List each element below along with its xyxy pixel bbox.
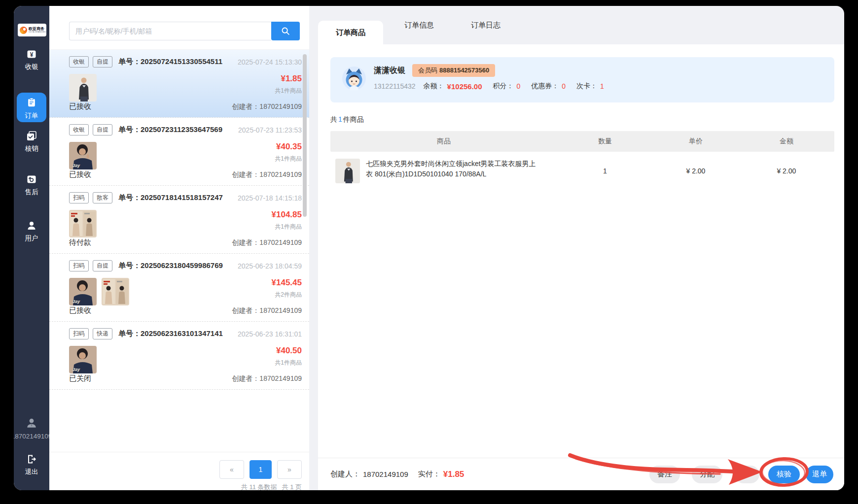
product-thumbnail <box>102 278 129 305</box>
obscured-button[interactable] <box>735 466 759 483</box>
svg-text:Jay: Jay <box>72 299 80 304</box>
footer-creator: 18702149109 <box>363 470 408 478</box>
refund-button[interactable]: 退单 <box>806 466 833 483</box>
note-button[interactable]: 备注 <box>649 466 680 483</box>
logout-icon <box>26 453 37 465</box>
order-card[interactable]: 扫码 快递 单号：20250623163101347141 2025-06-23… <box>49 322 309 390</box>
order-status: 待付款 <box>69 238 91 247</box>
order-card[interactable]: 扫码 自提 单号：20250623180459986769 2025-06-23… <box>49 254 309 322</box>
order-date: 2025-06-23 18:04:59 <box>238 262 302 270</box>
member-card: 潇潇收银 会员码88881542573560 13122115432 余额： ¥… <box>330 57 834 102</box>
search-icon <box>280 26 291 36</box>
product-thumbnail: Jay <box>69 278 97 305</box>
order-creator: 创建者：18702149109 <box>232 306 302 315</box>
order-date: 2025-07-18 14:15:18 <box>238 194 302 202</box>
order-card-list: 收银 自提 单号：20250724151330554511 2025-07-24… <box>49 49 309 390</box>
search-bar <box>69 22 300 40</box>
member-phone: 13122115432 <box>374 82 416 90</box>
creator-label: 创建人： <box>330 470 360 479</box>
order-card[interactable]: 收银 自提 单号：20250724151330554511 2025-07-24… <box>49 50 309 118</box>
pagination-page-1[interactable]: 1 <box>250 460 272 479</box>
products-summary: 共1件商品 <box>330 115 364 124</box>
order-status: 已接收 <box>69 102 91 111</box>
order-tag: 扫码 <box>69 192 89 203</box>
table-row: 七匹狼夹克男外套时尚休闲立领jacket男装工装衣服男上衣 801(米白)1D1… <box>330 152 834 190</box>
detail-tabs: 订单商品 订单信息 订单日志 <box>309 6 844 44</box>
order-date: 2025-06-23 16:31:01 <box>238 330 302 338</box>
tab-order-products[interactable]: 订单商品 <box>318 21 383 44</box>
order-creator: 创建者：18702149109 <box>232 374 302 383</box>
order-tag: 自提 <box>93 124 112 135</box>
sidebar-item-aftersale[interactable]: 售后 <box>14 173 49 197</box>
product-price: ¥ 2.00 <box>653 167 739 175</box>
orders-icon <box>26 97 37 108</box>
order-items-count: 共1件商品 <box>275 359 302 367</box>
order-number: 单号：20250623163101347141 <box>118 329 223 338</box>
pagination-next-button[interactable]: » <box>277 460 302 479</box>
list-pagination: « 1 » 共 11 条数据共 1 页 <box>49 452 309 490</box>
product-amount: ¥ 2.00 <box>739 167 834 175</box>
sidebar-item-users[interactable]: 用户 <box>14 220 49 243</box>
order-number: 单号：20250718141518157247 <box>118 193 223 202</box>
member-name: 潇潇收银 <box>374 66 405 76</box>
points-label: 积分： <box>493 82 514 91</box>
col-header-qty: 数量 <box>557 137 653 146</box>
list-scrollbar[interactable] <box>303 54 307 217</box>
order-card[interactable]: 收银 自提 单号：20250723112353647569 2025-07-23… <box>49 118 309 186</box>
order-status: 已关闭 <box>69 374 91 383</box>
order-card[interactable]: 扫码 散客 单号：20250718141518157247 2025-07-18… <box>49 186 309 254</box>
sidebar-item-verify[interactable]: 核销 <box>14 130 49 153</box>
order-number: 单号：20250724151330554511 <box>118 57 222 67</box>
order-amount: ¥40.35 <box>275 142 302 152</box>
member-coupons: 0 <box>562 82 566 90</box>
order-date: 2025-07-23 11:23:53 <box>238 126 302 134</box>
product-thumbnail <box>69 74 97 101</box>
order-tag: 收银 <box>69 56 89 67</box>
search-button[interactable] <box>271 22 300 40</box>
order-amount: ¥104.85 <box>272 210 302 220</box>
svg-text:Jay: Jay <box>72 163 80 168</box>
brand-logo-icon <box>20 27 27 34</box>
order-creator: 创建者：18702149109 <box>232 238 302 247</box>
assign-button[interactable]: 分配 <box>692 466 722 483</box>
sidebar-item-cashier[interactable]: ¥ 收银 <box>14 48 49 71</box>
tab-order-info[interactable]: 订单信息 <box>387 6 451 44</box>
order-list-panel: 收银 自提 单号：20250724151330554511 2025-07-24… <box>49 6 309 490</box>
order-items-count: 共1件商品 <box>275 87 302 95</box>
order-items-count: 共2件商品 <box>272 291 302 299</box>
verify-button[interactable]: 核验 <box>768 466 800 483</box>
brand-logo: 欧亚商务 OUYA SHANGWU <box>18 24 46 36</box>
table-header-row: 商品 数量 单价 金额 <box>330 131 834 152</box>
paid-label: 实付： <box>418 470 440 479</box>
search-input[interactable] <box>69 22 271 40</box>
order-status: 已接收 <box>69 306 91 315</box>
return-box-icon <box>26 173 37 185</box>
member-points: 0 <box>517 82 521 90</box>
order-items-count: 共1件商品 <box>275 155 302 163</box>
member-cards: 1 <box>600 82 604 90</box>
products-table: 商品 数量 单价 金额 七匹狼夹克男外套时尚休闲立领jacket男装工装衣服男上… <box>330 131 834 190</box>
user-icon <box>26 220 37 232</box>
pagination-prev-button[interactable]: « <box>219 460 244 479</box>
tab-order-log[interactable]: 订单日志 <box>454 6 518 44</box>
order-tag: 扫码 <box>69 328 89 339</box>
sidebar-item-orders[interactable]: 订单 <box>17 93 46 122</box>
member-avatar <box>342 67 366 90</box>
pagination-summary: 共 11 条数据共 1 页 <box>236 483 302 490</box>
sidebar: 欧亚商务 OUYA SHANGWU ¥ 收银 订单 <box>14 6 49 490</box>
balance-label: 余额： <box>424 82 444 91</box>
order-number: 单号：20250723112353647569 <box>118 125 222 134</box>
product-image <box>335 159 360 183</box>
order-detail-panel: 订单商品 订单信息 订单日志 <box>309 6 844 490</box>
detail-content: 潇潇收银 会员码88881542573560 13122115432 余额： ¥… <box>318 44 844 490</box>
order-amount: ¥145.45 <box>272 278 302 288</box>
order-tag: 收银 <box>69 124 89 135</box>
order-tag: 散客 <box>93 192 112 203</box>
product-thumbnail <box>69 210 97 237</box>
cards-label: 次卡： <box>576 82 597 91</box>
avatar-icon <box>25 417 38 430</box>
order-creator: 创建者：18702149109 <box>232 170 302 179</box>
logout-button[interactable]: 退出 <box>14 453 49 476</box>
cash-icon: ¥ <box>26 48 37 60</box>
product-name: 七匹狼夹克男外套时尚休闲立领jacket男装工装衣服男上衣 801(米白)1D1… <box>366 159 537 179</box>
